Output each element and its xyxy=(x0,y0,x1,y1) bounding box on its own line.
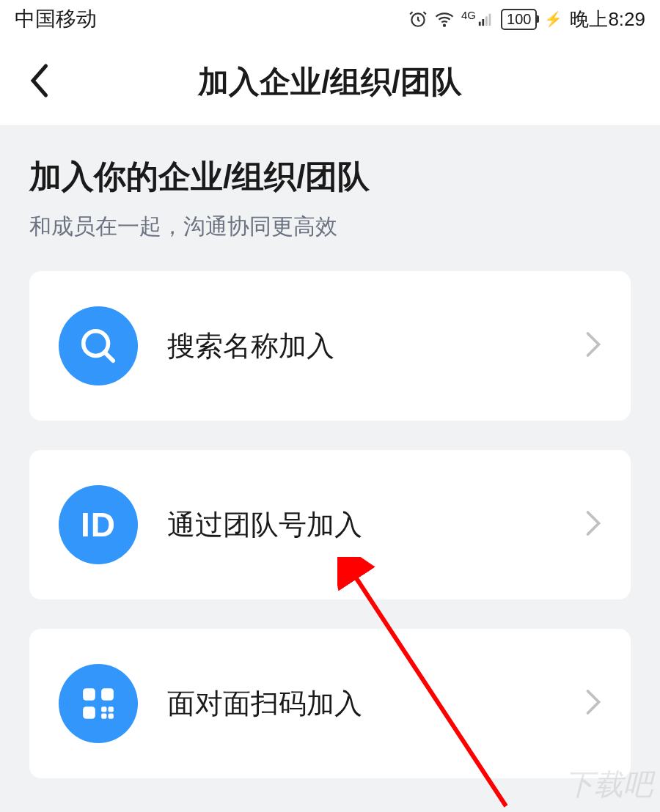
svg-rect-3 xyxy=(482,19,484,26)
search-icon xyxy=(59,306,138,385)
svg-rect-4 xyxy=(485,16,488,26)
svg-rect-8 xyxy=(101,688,114,701)
svg-rect-5 xyxy=(489,14,491,26)
wifi-icon xyxy=(435,10,454,29)
section-heading: 加入你的企业/组织/团队 xyxy=(29,155,631,199)
svg-rect-12 xyxy=(101,714,106,719)
carrier-label: 中国移动 xyxy=(15,5,97,33)
chevron-right-icon xyxy=(585,331,601,361)
option-label: 搜索名称加入 xyxy=(167,328,585,365)
network-icon: 4G xyxy=(461,11,494,27)
alarm-icon xyxy=(408,10,428,29)
qr-icon xyxy=(59,664,138,743)
battery-indicator: 100 xyxy=(501,9,537,30)
charging-icon: ⚡ xyxy=(544,10,562,28)
chevron-right-icon xyxy=(585,510,601,539)
option-label: 面对面扫码加入 xyxy=(167,685,585,723)
svg-rect-9 xyxy=(83,706,95,719)
page-title: 加入企业/组织/团队 xyxy=(22,62,638,103)
section-subtitle: 和成员在一起，沟通协同更高效 xyxy=(29,212,631,242)
svg-rect-7 xyxy=(83,688,95,701)
back-button[interactable] xyxy=(29,62,51,102)
id-icon: ID xyxy=(59,485,138,564)
status-bar: 中国移动 4G 1 xyxy=(0,0,660,38)
option-search-name[interactable]: 搜索名称加入 xyxy=(29,271,631,421)
status-indicators: 4G 100 ⚡ 晚上8:29 xyxy=(408,7,645,32)
option-label: 通过团队号加入 xyxy=(167,506,585,544)
option-team-id[interactable]: ID 通过团队号加入 xyxy=(29,450,631,599)
svg-rect-13 xyxy=(109,714,114,719)
content-area: 加入你的企业/组织/团队 和成员在一起，沟通协同更高效 搜索名称加入 ID 通过… xyxy=(0,126,660,812)
page-header: 加入企业/组织/团队 xyxy=(0,38,660,126)
chevron-right-icon xyxy=(585,689,601,718)
svg-rect-10 xyxy=(101,706,106,712)
svg-rect-2 xyxy=(479,22,481,26)
time-label: 晚上8:29 xyxy=(570,7,645,32)
svg-rect-11 xyxy=(109,706,114,712)
option-scan-qr[interactable]: 面对面扫码加入 xyxy=(29,629,631,778)
svg-point-1 xyxy=(444,25,445,26)
